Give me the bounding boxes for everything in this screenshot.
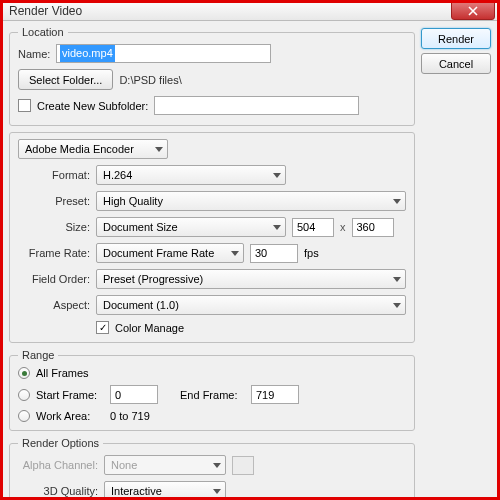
- format-dropdown[interactable]: H.264: [96, 165, 286, 185]
- right-column: Render Cancel: [421, 26, 491, 500]
- framerate-label: Frame Rate:: [18, 247, 90, 259]
- height-field[interactable]: [352, 218, 394, 237]
- color-manage-label: Color Manage: [115, 322, 184, 334]
- render-button[interactable]: Render: [421, 28, 491, 49]
- chevron-down-icon: [273, 173, 281, 178]
- chevron-down-icon: [273, 225, 281, 230]
- chevron-down-icon: [393, 277, 401, 282]
- size-label: Size:: [18, 221, 90, 233]
- render-video-dialog: Render Video Location Name: video.mp4 Se…: [0, 0, 500, 500]
- alpha-channel-dropdown: None: [104, 455, 226, 475]
- close-button[interactable]: [451, 2, 495, 20]
- work-area-radio[interactable]: [18, 410, 30, 422]
- quality-label: 3D Quality:: [18, 485, 98, 497]
- end-frame-label: End Frame:: [180, 389, 245, 401]
- aspect-label: Aspect:: [18, 299, 90, 311]
- name-label: Name:: [18, 48, 50, 60]
- name-value: video.mp4: [60, 45, 115, 62]
- encoder-engine-dropdown[interactable]: Adobe Media Encoder: [18, 139, 168, 159]
- create-subfolder-checkbox[interactable]: [18, 99, 31, 112]
- chevron-down-icon: [155, 147, 163, 152]
- work-area-value: 0 to 719: [110, 410, 150, 422]
- all-frames-label: All Frames: [36, 367, 89, 379]
- alpha-color-swatch: [232, 456, 254, 475]
- chevron-down-icon: [213, 489, 221, 494]
- left-column: Location Name: video.mp4 Select Folder..…: [9, 26, 415, 500]
- subfolder-field[interactable]: [154, 96, 359, 115]
- folder-path: D:\PSD files\: [119, 74, 181, 86]
- cancel-button[interactable]: Cancel: [421, 53, 491, 74]
- create-subfolder-label: Create New Subfolder:: [37, 100, 148, 112]
- framerate-mode-dropdown[interactable]: Document Frame Rate: [96, 243, 244, 263]
- render-options-group: Render Options Alpha Channel: None 3D Qu…: [9, 437, 415, 500]
- color-manage-checkbox[interactable]: [96, 321, 109, 334]
- range-legend: Range: [18, 349, 58, 361]
- fieldorder-label: Field Order:: [18, 273, 90, 285]
- dialog-content: Location Name: video.mp4 Select Folder..…: [1, 21, 499, 500]
- chevron-down-icon: [231, 251, 239, 256]
- fps-label: fps: [304, 247, 319, 259]
- start-frame-field[interactable]: [110, 385, 158, 404]
- x-separator: x: [340, 221, 346, 233]
- name-field[interactable]: video.mp4: [56, 44, 271, 63]
- alpha-channel-label: Alpha Channel:: [18, 459, 98, 471]
- titlebar: Render Video: [1, 1, 499, 21]
- width-field[interactable]: [292, 218, 334, 237]
- select-folder-button[interactable]: Select Folder...: [18, 69, 113, 90]
- quality-dropdown[interactable]: Interactive: [104, 481, 226, 500]
- start-frame-radio[interactable]: [18, 389, 30, 401]
- size-mode-dropdown[interactable]: Document Size: [96, 217, 286, 237]
- range-group: Range All Frames Start Frame: End Frame:…: [9, 349, 415, 431]
- render-options-legend: Render Options: [18, 437, 103, 449]
- work-area-label: Work Area:: [36, 410, 104, 422]
- encoder-group: Adobe Media Encoder Format: H.264 Preset…: [9, 132, 415, 343]
- preset-dropdown[interactable]: High Quality: [96, 191, 406, 211]
- close-icon: [468, 6, 478, 16]
- chevron-down-icon: [393, 303, 401, 308]
- chevron-down-icon: [393, 199, 401, 204]
- chevron-down-icon: [213, 463, 221, 468]
- framerate-field[interactable]: [250, 244, 298, 263]
- location-group: Location Name: video.mp4 Select Folder..…: [9, 26, 415, 126]
- fieldorder-dropdown[interactable]: Preset (Progressive): [96, 269, 406, 289]
- end-frame-field[interactable]: [251, 385, 299, 404]
- preset-label: Preset:: [18, 195, 90, 207]
- all-frames-radio[interactable]: [18, 367, 30, 379]
- format-label: Format:: [18, 169, 90, 181]
- window-title: Render Video: [9, 4, 82, 18]
- aspect-dropdown[interactable]: Document (1.0): [96, 295, 406, 315]
- location-legend: Location: [18, 26, 68, 38]
- start-frame-label: Start Frame:: [36, 389, 104, 401]
